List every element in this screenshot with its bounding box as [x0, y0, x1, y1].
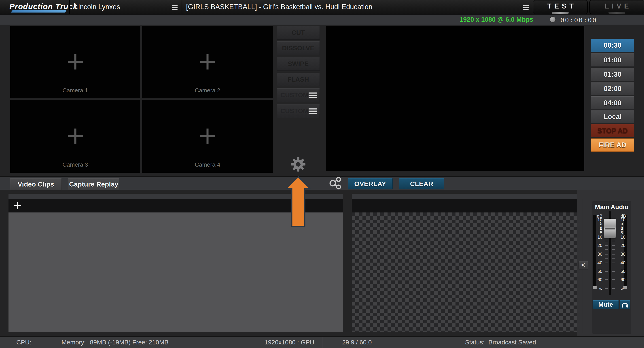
- camera-label: Camera 1: [10, 87, 140, 94]
- overlay-button-label: OVERLAY: [354, 180, 386, 188]
- transition-dissolve-button[interactable]: DISSOLVE: [276, 42, 320, 55]
- ad-button-label: 02:00: [604, 85, 622, 93]
- test-button[interactable]: TEST: [533, 0, 588, 14]
- camera-2-tile[interactable]: Camera 2: [142, 26, 273, 98]
- broadcast-menu-icon[interactable]: [523, 5, 528, 10]
- ad-button-label: 01:00: [604, 56, 622, 64]
- camera-3-tile[interactable]: Camera 3: [10, 100, 140, 173]
- transition-flash-button[interactable]: FLASH: [276, 73, 320, 86]
- add-source-icon: [200, 128, 215, 144]
- camera-label: Camera 4: [142, 161, 273, 168]
- broadcast-timer: 00:00:00: [560, 16, 597, 24]
- top-bar: Production Truck Lincoln Lynxes [GIRLS B…: [0, 0, 644, 14]
- status-bar: CPU: Memory: 89MB (-19MB) Free: 210MB 19…: [0, 336, 644, 348]
- camera-label: Camera 2: [142, 87, 273, 94]
- overlay-button[interactable]: OVERLAY: [348, 178, 393, 190]
- mute-button[interactable]: Mute: [592, 300, 619, 309]
- app-logo: Production Truck: [10, 2, 78, 11]
- ad-button-label: 04:00: [604, 99, 622, 107]
- tab-label: Video Clips: [18, 180, 54, 188]
- clips-list-area[interactable]: [8, 212, 343, 332]
- db-scale-label: 5: [620, 221, 630, 226]
- custom-transition-menu-icon[interactable]: [308, 108, 317, 114]
- transition-cut-button[interactable]: CUT: [276, 26, 320, 40]
- transition-custom-2-button[interactable]: CUSTOM: [276, 104, 320, 118]
- db-scale-label: 50: [592, 269, 603, 274]
- scale-tick: [605, 241, 608, 241]
- db-scale-label: 20: [620, 243, 630, 248]
- clear-button[interactable]: CLEAR: [399, 178, 444, 190]
- overlay-transparency-preview: [352, 212, 577, 332]
- headphones-button[interactable]: [620, 300, 630, 309]
- audio-panel-title: Main Audio: [592, 204, 631, 211]
- scale-tick: [605, 258, 608, 258]
- ad-duration-0100-button[interactable]: 01:00: [591, 54, 634, 67]
- add-source-icon: [68, 54, 83, 69]
- transition-custom-1-button[interactable]: CUSTOM: [276, 88, 320, 102]
- custom-transition-menu-icon[interactable]: [308, 92, 317, 98]
- db-scale-label: 0: [620, 226, 630, 231]
- db-scale-label: 10: [592, 234, 603, 240]
- add-source-icon: [68, 128, 83, 144]
- ad-local-button[interactable]: Local: [591, 110, 634, 123]
- team-menu-icon[interactable]: [172, 5, 178, 10]
- live-indicator-pill: [608, 12, 625, 14]
- transition-label: CUSTOM: [280, 92, 308, 99]
- cpu-label: CPU:: [16, 337, 31, 348]
- ad-duration-0130-button[interactable]: 01:30: [591, 68, 634, 81]
- topbar-divider: [69, 0, 70, 14]
- db-scale-label: 20: [592, 243, 603, 248]
- camera-label: Camera 3: [10, 161, 140, 168]
- logo-underline-swoosh: [11, 10, 66, 12]
- ad-duration-0400-button[interactable]: 04:00: [591, 96, 634, 110]
- status-label: Status:: [465, 337, 484, 348]
- resolution-gpu: 1920x1080 : GPU: [264, 337, 314, 348]
- volume-fader-knob[interactable]: [604, 219, 616, 238]
- scale-tick: [605, 249, 608, 250]
- scale-tick: [612, 279, 615, 280]
- db-scale-label: 0: [592, 226, 603, 231]
- tab-capture-replay[interactable]: Capture Replay: [68, 178, 120, 190]
- db-scale-label: 40: [592, 260, 603, 265]
- db-scale-label: 5: [592, 221, 603, 226]
- test-indicator-pill: [552, 12, 569, 14]
- scale-tick: [605, 245, 608, 246]
- ad-duration-0030-button[interactable]: 00:30: [591, 39, 634, 52]
- transition-swipe-button[interactable]: SWIPE: [276, 57, 320, 71]
- tab-video-clips[interactable]: Video Clips: [10, 178, 62, 190]
- camera-1-tile[interactable]: Camera 1: [10, 26, 140, 98]
- camera-4-tile[interactable]: Camera 4: [142, 100, 273, 173]
- live-button[interactable]: LIVE: [590, 0, 644, 14]
- clear-button-label: CLEAR: [410, 180, 433, 188]
- topbar-divider: [182, 0, 182, 14]
- share-overlay-icon[interactable]: [328, 177, 342, 190]
- broadcast-title: [GIRLS BASKETBALL] - Girl’s Basketball v…: [186, 0, 372, 14]
- transition-label: CUT: [292, 29, 305, 36]
- scale-tick: [612, 254, 615, 254]
- headphones-icon: [622, 302, 628, 308]
- db-scale-label: 30: [620, 252, 630, 256]
- ad-duration-0200-button[interactable]: 02:00: [591, 82, 634, 95]
- db-scale-label: 30: [592, 252, 603, 256]
- ad-button-label: FIRE AD: [599, 141, 626, 149]
- settings-gear-icon[interactable]: [291, 157, 306, 172]
- tab-label: Capture Replay: [69, 180, 118, 188]
- transition-label: CUSTOM: [280, 107, 308, 115]
- collapse-audio-panel-button[interactable]: <: [578, 261, 588, 270]
- team-name-label: Lincoln Lynxes: [74, 0, 120, 14]
- add-clip-icon[interactable]: [14, 202, 21, 209]
- stop-ad-button[interactable]: STOP AD: [591, 124, 634, 137]
- add-source-icon: [200, 54, 215, 69]
- mute-button-label: Mute: [598, 301, 613, 308]
- db-scale-label: 50: [620, 269, 630, 274]
- record-indicator-dot: [550, 16, 556, 22]
- scale-tick: [605, 288, 608, 289]
- db-scale-label: 10: [620, 234, 630, 240]
- scale-tick: [612, 258, 615, 258]
- memory-label: Memory:: [62, 337, 86, 348]
- clips-panel-top-strip: [8, 194, 343, 199]
- fire-ad-button[interactable]: FIRE AD: [591, 138, 634, 152]
- scale-tick: [605, 271, 608, 272]
- framerate-value: 29.9 / 60.0: [342, 337, 372, 348]
- db-scale-label: 40: [620, 260, 630, 265]
